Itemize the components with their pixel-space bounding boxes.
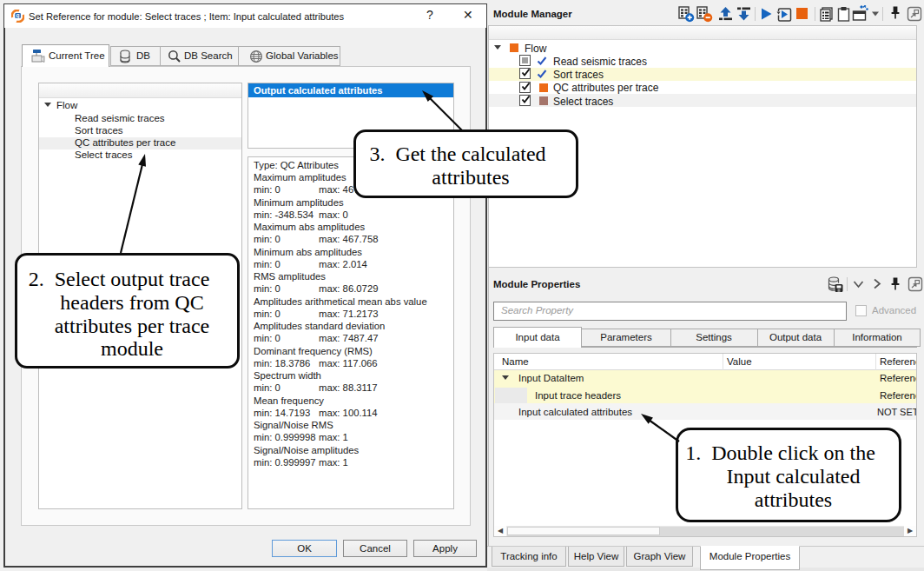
svg-text:g: g [16, 12, 20, 19]
